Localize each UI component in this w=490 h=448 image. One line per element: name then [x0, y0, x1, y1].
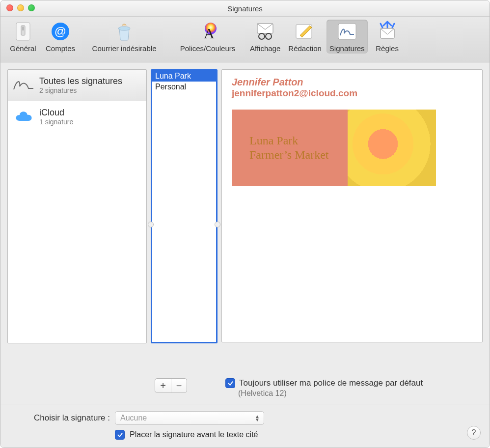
toolbar-item-label: Polices/Couleurs [180, 42, 236, 53]
account-item-title: Toutes les signatures [39, 76, 122, 87]
titlebar: Signatures [0, 0, 490, 17]
place-before-quoted-label: Placer la signature avant le texte cité [130, 430, 258, 439]
add-signature-button[interactable]: + [155, 379, 171, 392]
signature-row[interactable]: Luna Park [152, 71, 216, 82]
signature-preview-name: Jennifer Patton [232, 77, 472, 88]
toolbar-item-label: Règles [376, 42, 399, 53]
signature-scribble-icon [12, 75, 35, 96]
signature-icon [335, 21, 359, 42]
toolbar-item-label: Courrier indésirable [92, 42, 157, 53]
viewing-icon [253, 21, 277, 42]
svg-text:A: A [204, 25, 215, 41]
toolbar-item-label: Général [10, 42, 36, 53]
toolbar-item-label: Affichage [250, 42, 280, 53]
footer: Choisir la signature : Aucune ▲▼ Placer … [0, 404, 490, 448]
toolbar-item-junk[interactable]: Courrier indésirable [80, 20, 168, 54]
svg-rect-2 [22, 27, 24, 30]
account-item-count: 1 signature [39, 118, 73, 126]
remove-signature-button[interactable]: − [171, 379, 187, 392]
toolbar-item-general[interactable]: Général [5, 20, 41, 54]
toolbar-item-label: Signatures [329, 42, 365, 53]
account-item-title: iCloud [39, 108, 73, 118]
toolbar-item-accounts[interactable]: @ Comptes [43, 20, 78, 54]
accounts-list: Toutes les signatures 2 signatures iClou… [7, 69, 147, 343]
toolbar-item-rules[interactable]: Règles [370, 20, 405, 54]
toolbar-item-label: Comptes [46, 42, 75, 53]
place-before-quoted-checkbox[interactable] [115, 430, 125, 440]
help-button[interactable]: ? [467, 426, 481, 440]
rules-icon [376, 21, 399, 42]
grapefruit-photo [348, 110, 436, 186]
svg-point-5 [118, 27, 130, 30]
account-item-icloud[interactable]: iCloud 1 signature [8, 101, 146, 133]
signature-preview[interactable]: Jennifer Patton jenniferpatton2@icloud.c… [221, 69, 483, 342]
toolbar-item-label: Rédaction [288, 42, 322, 53]
use-default-font-checkbox[interactable] [225, 378, 235, 388]
choose-signature-popup[interactable]: Aucune ▲▼ [115, 411, 264, 425]
resize-handle[interactable] [215, 222, 220, 227]
fonts-colors-icon: A [196, 21, 219, 42]
toolbar-item-viewing[interactable]: Affichage [247, 20, 283, 54]
signature-image-text-line2: Farmer’s Market [249, 148, 329, 162]
trash-icon [112, 21, 136, 42]
preferences-window: Signatures Général @ Comptes Courrier in… [0, 0, 490, 448]
general-icon [11, 21, 35, 42]
close-window-button[interactable] [6, 4, 13, 11]
compose-icon [293, 21, 317, 42]
choose-signature-label: Choisir la signature : [9, 413, 110, 423]
default-font-note: (Helvetica 12) [238, 389, 423, 398]
below-controls: + − Toujours utiliser ma police de messa… [0, 378, 490, 398]
minimize-window-button[interactable] [17, 4, 24, 11]
account-item-all-signatures[interactable]: Toutes les signatures 2 signatures [8, 70, 146, 101]
resize-handle[interactable] [148, 222, 154, 227]
svg-text:@: @ [54, 25, 66, 38]
svg-point-9 [259, 33, 265, 39]
svg-rect-13 [338, 24, 356, 39]
icloud-icon [12, 106, 35, 128]
toolbar-item-signatures[interactable]: Signatures [327, 20, 368, 54]
zoom-window-button[interactable] [28, 4, 35, 11]
at-icon: @ [49, 21, 72, 42]
signatures-content: Toutes les signatures 2 signatures iClou… [0, 62, 490, 378]
signature-image-text-line1: Luna Park [249, 134, 329, 148]
help-icon: ? [472, 428, 476, 437]
toolbar-item-compose[interactable]: Rédaction [285, 20, 325, 54]
signature-preview-image: Luna Park Farmer’s Market [232, 110, 436, 186]
prefs-toolbar: Général @ Comptes Courrier indésirable A [0, 17, 490, 62]
signature-preview-email: jenniferpatton2@icloud.com [232, 88, 472, 99]
use-default-font-label: Toujours utiliser ma police de message p… [239, 378, 423, 388]
svg-point-10 [266, 33, 272, 39]
toolbar-item-fonts[interactable]: A Polices/Couleurs [170, 20, 245, 54]
account-item-count: 2 signatures [39, 86, 122, 95]
choose-signature-value: Aucune [120, 414, 147, 422]
plus-icon: + [160, 381, 166, 391]
minus-icon: − [176, 381, 182, 391]
signature-row[interactable]: Personal [152, 82, 216, 92]
window-controls [6, 4, 35, 11]
add-remove-control: + − [155, 378, 187, 393]
signatures-list[interactable]: Luna Park Personal [151, 69, 218, 343]
popup-arrows-icon: ▲▼ [254, 414, 261, 422]
window-title: Signatures [227, 4, 263, 13]
